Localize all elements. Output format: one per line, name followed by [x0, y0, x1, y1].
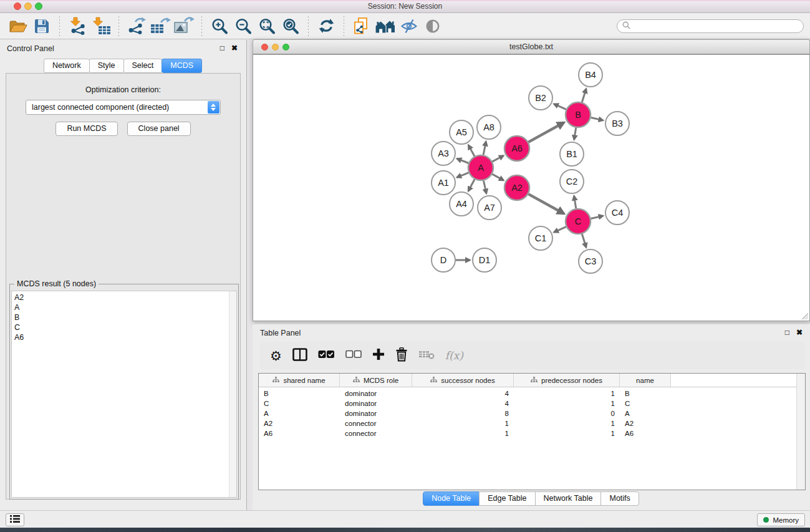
add-column-button[interactable]	[372, 348, 385, 363]
open-session-button[interactable]	[6, 15, 30, 37]
table-row[interactable]: A2connector11A2	[259, 418, 797, 428]
task-history-button[interactable]	[6, 513, 24, 526]
table-cell[interactable]: connector	[340, 430, 412, 437]
table-cell[interactable]: 1	[514, 390, 620, 397]
table-cell[interactable]: 1	[412, 430, 514, 437]
table-cell[interactable]: dominator	[340, 410, 412, 417]
table-cell[interactable]: A6	[620, 430, 671, 437]
table-cell[interactable]: 1	[514, 400, 620, 407]
graph-edge-A-A5[interactable]	[468, 145, 475, 157]
table-row[interactable]: Bdominator41B	[259, 389, 797, 399]
function-builder-button[interactable]: f(x)	[445, 349, 463, 362]
mcds-result-item[interactable]: A2	[12, 293, 236, 302]
graph-edge-C-C1[interactable]	[554, 227, 566, 233]
graph-edge-A-A6[interactable]	[493, 156, 504, 162]
table-cell[interactable]: A2	[620, 420, 671, 427]
refresh-button[interactable]	[314, 15, 338, 37]
table-row[interactable]: Cdominator41C	[259, 399, 797, 409]
table-cell[interactable]: 1	[514, 430, 620, 437]
tab-mcds[interactable]: MCDS	[162, 59, 202, 73]
table-scrollbar[interactable]	[796, 374, 805, 490]
table-cell[interactable]: A6	[259, 430, 340, 437]
close-table-panel-icon[interactable]: ✖	[796, 328, 803, 337]
table-cell[interactable]: A	[620, 410, 671, 417]
zoom-in-button[interactable]	[208, 15, 231, 37]
close-network-button[interactable]	[261, 44, 268, 51]
mcds-result-item[interactable]: A	[12, 302, 236, 312]
tab-node-table[interactable]: Node Table	[423, 491, 480, 506]
graph-edge-A-A2[interactable]	[492, 174, 503, 180]
zoom-selected-button[interactable]	[279, 15, 302, 37]
split-columns-button[interactable]	[292, 348, 307, 364]
column-header-name[interactable]: name	[620, 374, 671, 387]
unselect-all-columns-button[interactable]	[345, 350, 362, 361]
save-session-button[interactable]	[30, 15, 54, 37]
column-header-predecessor-nodes[interactable]: predecessor nodes	[514, 374, 620, 387]
table-cell[interactable]: 4	[412, 390, 514, 397]
graph-edge-A6-B[interactable]	[528, 123, 564, 142]
graph-edge-B-B4[interactable]	[582, 89, 586, 102]
minimize-window-button[interactable]	[24, 2, 32, 10]
run-mcds-button[interactable]: Run MCDS	[55, 122, 117, 136]
zoom-network-button[interactable]	[282, 44, 289, 51]
export-image-button[interactable]	[172, 15, 196, 37]
zoom-fit-button[interactable]	[255, 15, 279, 37]
delete-row-button[interactable]	[395, 347, 408, 364]
mcds-result-item[interactable]: B	[12, 312, 236, 322]
minimize-network-button[interactable]	[272, 44, 279, 51]
tab-edge-table[interactable]: Edge Table	[479, 491, 535, 506]
network-canvas[interactable]: B4B2BB3A8A5A6A3B1AC2A1A2A4A7C4CC1C3DD1	[253, 54, 810, 321]
network-from-selection-button[interactable]	[350, 15, 374, 37]
column-header-shared-name[interactable]: shared name	[259, 374, 340, 387]
hide-details-button[interactable]	[397, 15, 421, 37]
table-cell[interactable]: A2	[259, 420, 340, 427]
mcds-result-item[interactable]: C	[12, 322, 236, 332]
mcds-result-item[interactable]: A6	[12, 332, 236, 342]
import-table-button[interactable]	[89, 15, 113, 37]
table-row[interactable]: A6connector11A6	[259, 428, 797, 438]
close-panel-button[interactable]: Close panel	[127, 122, 191, 136]
column-header-MCDS-role[interactable]: MCDS role	[340, 374, 412, 387]
table-cell[interactable]: B	[259, 390, 340, 397]
list-scrollbar[interactable]	[229, 291, 236, 497]
table-cell[interactable]: 4	[412, 400, 514, 407]
table-row[interactable]: Adominator80A	[259, 409, 797, 418]
close-panel-icon[interactable]: ✖	[231, 44, 238, 52]
graph-edge-C-C4[interactable]	[591, 216, 603, 218]
optimization-criterion-select[interactable]: largest connected component (directed)	[26, 100, 221, 115]
graph-edge-A-A8[interactable]	[483, 142, 486, 155]
tab-motifs[interactable]: Motifs	[600, 491, 639, 506]
table-cell[interactable]: connector	[340, 420, 412, 427]
table-cell[interactable]: C	[620, 400, 671, 407]
graph-edge-A2-C[interactable]	[528, 194, 564, 213]
table-cell[interactable]: A	[259, 410, 340, 417]
table-cell[interactable]: dominator	[340, 390, 412, 397]
table-cell[interactable]: dominator	[340, 400, 412, 407]
resize-grip[interactable]	[801, 312, 808, 319]
memory-button[interactable]: Memory	[757, 513, 805, 526]
column-header-successor-nodes[interactable]: successor nodes	[412, 374, 514, 387]
float-panel-icon[interactable]: □	[220, 44, 224, 52]
graph-edge-B-B2[interactable]	[554, 104, 566, 110]
graph-edge-C-C2[interactable]	[574, 196, 576, 208]
graph-edge-A-A7[interactable]	[483, 181, 486, 194]
mcds-result-list[interactable]: A2ABCA6	[11, 291, 237, 498]
table-settings-button[interactable]: ⚙	[270, 349, 282, 362]
graph-edge-B-B3[interactable]	[591, 118, 603, 120]
import-network-button[interactable]	[65, 15, 89, 37]
network-window-titlebar[interactable]: testGlobe.txt	[253, 39, 810, 54]
zoom-window-button[interactable]	[35, 2, 42, 10]
graph-edge-B-B1[interactable]	[574, 128, 576, 140]
table-cell[interactable]: 0	[514, 410, 620, 417]
table-cell[interactable]: 1	[412, 420, 514, 427]
table-cell[interactable]: 1	[514, 420, 620, 427]
tab-network[interactable]: Network	[44, 59, 90, 73]
select-all-columns-button[interactable]	[318, 350, 335, 361]
search-input[interactable]	[634, 21, 798, 31]
zoom-out-button[interactable]	[231, 15, 255, 37]
close-window-button[interactable]	[14, 2, 21, 10]
show-details-button[interactable]	[421, 15, 445, 37]
search-field[interactable]	[617, 19, 804, 33]
graph-edge-A-A1[interactable]	[457, 173, 469, 177]
export-network-button[interactable]	[125, 15, 148, 37]
